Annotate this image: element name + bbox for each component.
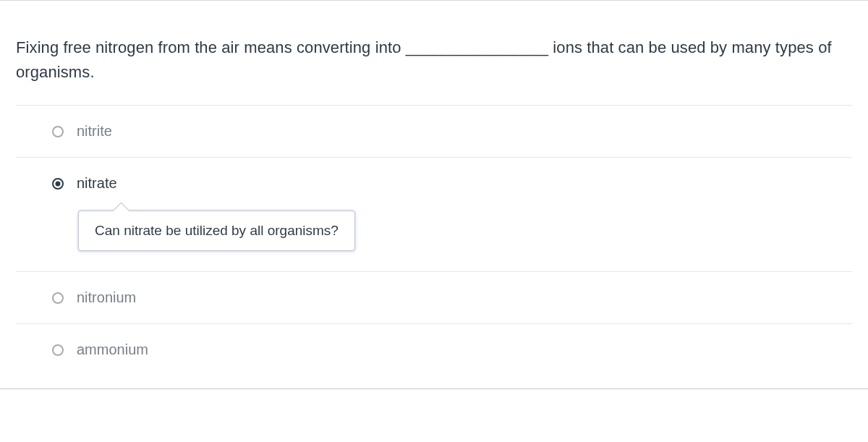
option-label: nitronium <box>77 289 136 306</box>
option-nitrate[interactable]: nitrate Can nitrate be utilized by all o… <box>16 157 852 271</box>
feedback-tooltip: Can nitrate be utilized by all organisms… <box>78 211 355 251</box>
option-label: nitrate <box>77 175 117 192</box>
radio-icon-selected[interactable] <box>52 178 64 190</box>
question-card: Fixing free nitrogen from the air means … <box>0 0 868 389</box>
radio-icon[interactable] <box>52 292 64 304</box>
question-text: Fixing free nitrogen from the air means … <box>0 1 868 105</box>
option-label: nitrite <box>77 123 112 140</box>
option-nitrite[interactable]: nitrite <box>16 105 852 157</box>
radio-icon[interactable] <box>52 126 64 137</box>
option-ammonium[interactable]: ammonium <box>16 323 852 375</box>
options-list: nitrite nitrate Can nitrate be utilized … <box>0 105 868 388</box>
option-nitronium[interactable]: nitronium <box>16 271 852 323</box>
radio-icon[interactable] <box>52 344 64 356</box>
option-label: ammonium <box>77 341 148 358</box>
